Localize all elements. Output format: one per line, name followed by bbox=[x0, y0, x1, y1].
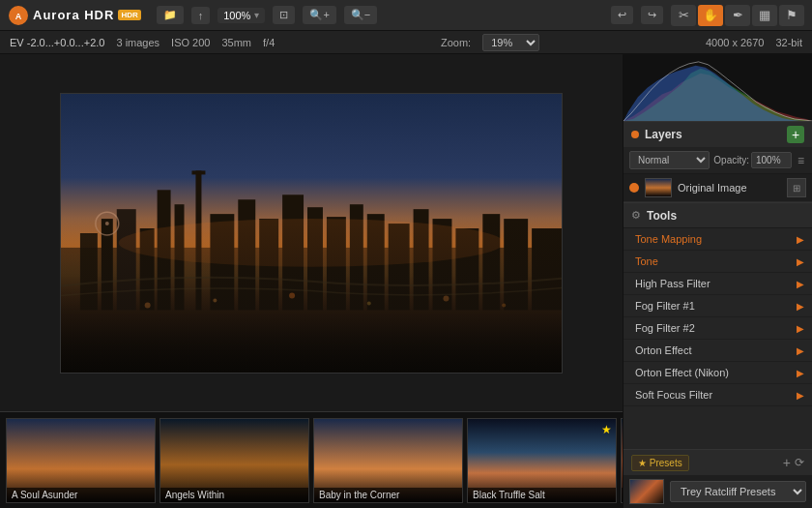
layer-visibility-dot bbox=[629, 183, 639, 193]
layer-name: Original Image bbox=[678, 182, 781, 194]
layers-menu-button[interactable]: ≡ bbox=[796, 152, 806, 169]
orton-nikon-label: Orton Effect (Nikon) bbox=[635, 367, 797, 378]
layers-controls: Normal Opacity: ≡ bbox=[624, 147, 812, 174]
preset-select[interactable]: Trey Ratcliff Presets bbox=[670, 481, 806, 502]
orton-nikon-arrow: ▶ bbox=[797, 368, 804, 378]
tool-row-orton[interactable]: Orton Effect ▶ bbox=[624, 340, 812, 362]
layers-tool-btn[interactable]: ▦ bbox=[752, 5, 777, 26]
film-item[interactable]: Chocolate and Wine bbox=[621, 418, 623, 503]
svg-text:A: A bbox=[15, 12, 22, 21]
share-icon: ↑ bbox=[198, 10, 204, 21]
layers-header[interactable]: Layers + bbox=[624, 122, 812, 147]
zoom-label: Zoom: bbox=[441, 37, 471, 48]
right-panel: Layers + Normal Opacity: ≡ Original Imag… bbox=[623, 54, 812, 508]
tool-row-fog2[interactable]: Fog Filter #2 ▶ bbox=[624, 317, 812, 340]
filmstrip: A Soul Asunder Angels Within Baby in the… bbox=[0, 411, 623, 508]
zoom-value: 100% bbox=[223, 10, 250, 21]
blend-mode-select[interactable]: Normal bbox=[629, 151, 710, 169]
orton-label: Orton Effect bbox=[635, 344, 797, 356]
layers-title: Layers bbox=[645, 128, 781, 141]
main-image bbox=[60, 93, 563, 374]
app-logo: A bbox=[8, 5, 29, 26]
tool-row-tone[interactable]: Tone ▶ bbox=[624, 251, 812, 273]
tools-header[interactable]: ⚙ Tools bbox=[624, 203, 812, 228]
top-bar: A Aurora HDR HDR 📁 ↑ 100% ▾ ⊡ 🔍+ 🔍− ↩ ↪ … bbox=[0, 0, 812, 31]
film-item[interactable]: Baby in the Corner bbox=[313, 418, 463, 503]
opacity-label: Opacity: bbox=[713, 155, 749, 165]
fog2-arrow: ▶ bbox=[797, 323, 804, 334]
layer-thumbnail bbox=[645, 178, 672, 197]
scissors-tool-btn[interactable]: ✂ bbox=[671, 5, 696, 26]
tone-mapping-label: Tone Mapping bbox=[635, 233, 797, 245]
app-title: Aurora HDR bbox=[33, 8, 114, 22]
film-star-icon: ★ bbox=[601, 423, 612, 436]
orton-arrow: ▶ bbox=[797, 345, 804, 356]
soft-focus-arrow: ▶ bbox=[797, 390, 804, 401]
film-label: Angels Within bbox=[160, 488, 308, 502]
flag-tool-btn[interactable]: ⚑ bbox=[779, 5, 804, 26]
open-file-button[interactable]: 📁 bbox=[157, 6, 184, 24]
focal-length: 35mm bbox=[221, 37, 251, 48]
fog1-arrow: ▶ bbox=[797, 301, 804, 312]
film-item[interactable]: Angels Within bbox=[160, 418, 309, 503]
presets-add-button[interactable]: + bbox=[783, 455, 791, 470]
presets-content: Trey Ratcliff Presets bbox=[624, 475, 812, 508]
layers-dot bbox=[631, 131, 639, 138]
add-layer-button[interactable]: + bbox=[787, 126, 804, 143]
forward-icon: ↪ bbox=[648, 9, 656, 21]
tools-icon: ⚙ bbox=[631, 209, 641, 222]
layers-section: Layers + Normal Opacity: ≡ Original Imag… bbox=[624, 122, 812, 203]
info-bar: EV -2.0...+0.0...+2.0 3 images ISO 200 3… bbox=[0, 31, 812, 54]
hand-tool-btn[interactable]: ✋ bbox=[698, 5, 723, 26]
zoom-in-button[interactable]: 🔍+ bbox=[303, 6, 335, 24]
iso-value: ISO 200 bbox=[171, 37, 210, 48]
opacity-control: Opacity: bbox=[713, 152, 792, 168]
aperture-value: f/4 bbox=[263, 37, 275, 48]
main-content: A Soul Asunder Angels Within Baby in the… bbox=[0, 54, 812, 508]
opacity-input[interactable] bbox=[751, 152, 792, 168]
tools-section: ⚙ Tools Tone Mapping ▶ Tone ▶ High Pass … bbox=[624, 203, 812, 449]
tool-row-soft-focus[interactable]: Soft Focus Filter ▶ bbox=[624, 384, 812, 406]
presets-refresh-button[interactable]: ⟳ bbox=[795, 456, 804, 469]
histogram-chart bbox=[624, 54, 812, 121]
high-pass-label: High Pass Filter bbox=[635, 278, 797, 289]
tools-title: Tools bbox=[647, 209, 804, 223]
film-label: Black Truffle Salt bbox=[468, 488, 616, 502]
resolution-value: 4000 x 2670 bbox=[706, 37, 765, 48]
fit-icon: ⊡ bbox=[279, 9, 288, 21]
fog1-label: Fog Filter #1 bbox=[635, 300, 797, 312]
pen-tool-btn[interactable]: ✒ bbox=[725, 5, 750, 26]
nav-back-button[interactable]: ↩ bbox=[611, 6, 633, 24]
zoom-out-button[interactable]: 🔍− bbox=[344, 6, 377, 24]
ev-value: EV -2.0...+0.0...+2.0 bbox=[10, 37, 104, 48]
tone-arrow: ▶ bbox=[797, 256, 804, 267]
images-count: 3 images bbox=[116, 37, 160, 48]
layer-options-btn[interactable]: ⊞ bbox=[787, 178, 806, 197]
zoom-chevron-icon: ▾ bbox=[254, 10, 259, 20]
image-container[interactable] bbox=[0, 54, 623, 411]
film-label: Baby in the Corner bbox=[314, 488, 462, 502]
tool-row-orton-nikon[interactable]: Orton Effect (Nikon) ▶ bbox=[624, 362, 812, 384]
presets-header: ★ Presets + ⟳ bbox=[624, 450, 812, 475]
canvas-area: A Soul Asunder Angels Within Baby in the… bbox=[0, 54, 623, 508]
nav-fwd-button[interactable]: ↪ bbox=[641, 6, 663, 24]
tone-label: Tone bbox=[635, 255, 797, 267]
zoom-area: 100% ▾ bbox=[218, 8, 265, 23]
presets-star-button[interactable]: ★ Presets bbox=[631, 455, 689, 471]
histogram bbox=[624, 54, 812, 122]
bit-depth-value: 32-bit bbox=[775, 37, 802, 48]
layer-item[interactable]: Original Image ⊞ bbox=[624, 174, 812, 202]
fit-view-button[interactable]: ⊡ bbox=[273, 6, 295, 24]
tool-row-high-pass[interactable]: High Pass Filter ▶ bbox=[624, 273, 812, 295]
film-item[interactable]: A Soul Asunder bbox=[6, 418, 156, 503]
zoom-in-icon: 🔍+ bbox=[309, 9, 329, 21]
tool-row-fog1[interactable]: Fog Filter #1 ▶ bbox=[624, 295, 812, 317]
logo-area: A Aurora HDR HDR bbox=[8, 5, 141, 26]
soft-focus-label: Soft Focus Filter bbox=[635, 389, 797, 401]
share-button[interactable]: ↑ bbox=[191, 7, 211, 24]
film-item[interactable]: ★ Black Truffle Salt bbox=[467, 418, 617, 503]
back-icon: ↩ bbox=[618, 9, 626, 21]
preset-thumbnail bbox=[629, 479, 664, 504]
zoom-select[interactable]: 19% 25% 50% 100% bbox=[482, 34, 539, 51]
tool-row-tone-mapping[interactable]: Tone Mapping ▶ bbox=[624, 228, 812, 251]
